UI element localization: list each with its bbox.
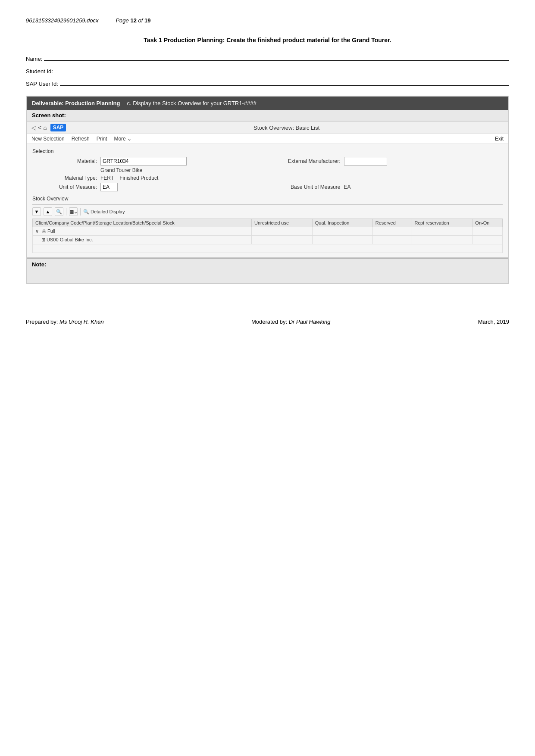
note-label: Note: — [32, 261, 46, 268]
page-of: of — [138, 17, 143, 24]
material-desc: Grand Tourer Bike — [100, 167, 260, 173]
menu-print[interactable]: Print — [97, 136, 107, 142]
toolbar-icon-table[interactable]: ▦⌄ — [69, 207, 78, 216]
full-on-or — [472, 227, 503, 236]
tree-toggle-full[interactable]: ∨ — [35, 228, 39, 234]
material-label: Material: — [32, 158, 97, 164]
sap-top-bar: ◁ < ⌂ SAP Stock Overview: Basic List — [27, 122, 508, 134]
prepared-by: Prepared by: Ms Urooj R. Khan — [26, 319, 104, 325]
deliverable-box: Deliverable: Production Planning c. Disp… — [26, 96, 509, 284]
sap-content: Selection Material: External Manufacture… — [27, 144, 508, 257]
toolbar-separator-2 — [80, 208, 81, 216]
col-rcpt-reservation: Rcpt reservation — [412, 219, 472, 227]
us00-on-or — [472, 236, 503, 244]
table-row-full: ∨ ☠ Full — [33, 227, 503, 236]
page-current: 12 — [130, 17, 136, 24]
page-label: Page — [116, 17, 128, 24]
sap-logo[interactable]: SAP — [50, 124, 66, 131]
unit-of-measure-input[interactable] — [100, 183, 118, 191]
base-unit-label: Base Unit of Measure — [263, 184, 341, 190]
filename: 9613153324929601259.docx — [26, 17, 98, 24]
page-total: 19 — [144, 17, 150, 24]
stock-table: Client/Company Code/Plant/Storage Locati… — [32, 219, 503, 253]
table-header-row: Client/Company Code/Plant/Storage Locati… — [33, 219, 503, 227]
sap-window-title: Stock Overview: Basic List — [69, 125, 504, 131]
divider — [32, 204, 503, 205]
deliverable-right-title: c. Display the Stock Overview for your G… — [127, 100, 256, 106]
unit-of-measure-value — [100, 183, 260, 191]
sap-menu-bar: New Selection Refresh Print More ⌄ Exit — [27, 134, 508, 144]
col-qual-inspection: Qual. Inspection — [312, 219, 372, 227]
us00-reserved — [372, 236, 412, 244]
form-grid: Material: External Manufacturer: Grand T… — [32, 157, 503, 191]
student-id-input-line[interactable] — [55, 73, 509, 73]
sap-window: ◁ < ⌂ SAP Stock Overview: Basic List New… — [27, 121, 508, 258]
page-info: Page 12 of 19 — [116, 17, 150, 24]
toolbar-icon-2[interactable]: ▲ — [44, 207, 52, 216]
table-row-us00: ⊞ US00 Global Bike Inc. — [33, 236, 503, 244]
full-label: ∨ ☠ Full — [33, 227, 252, 236]
search-icon-small: 🔍 — [83, 209, 89, 215]
material-input[interactable] — [100, 157, 187, 166]
doc-footer: Prepared by: Ms Urooj R. Khan Moderated … — [26, 319, 509, 325]
selection-section: Selection Material: External Manufacture… — [32, 148, 503, 191]
menu-exit[interactable]: Exit — [495, 136, 504, 142]
planet-icon: ☠ — [42, 228, 46, 234]
stock-overview-title: Stock Overview — [32, 196, 503, 202]
col-unrestricted: Unrestricted use — [252, 219, 313, 227]
name-input-line[interactable] — [44, 60, 509, 61]
base-unit-value: EA — [344, 184, 503, 190]
menu-more[interactable]: More ⌄ — [114, 136, 131, 142]
us00-rcpt — [412, 236, 472, 244]
selection-title: Selection — [32, 148, 503, 154]
menu-refresh[interactable]: Refresh — [72, 136, 90, 142]
toolbar-icon-search[interactable]: 🔍 — [55, 207, 63, 216]
ext-manufacturer-label: External Manufacturer: — [263, 158, 341, 164]
back-icon[interactable]: ◁ — [31, 124, 36, 131]
deliverable-header: Deliverable: Production Planning c. Disp… — [27, 97, 508, 110]
note-section: Note: — [27, 258, 508, 283]
name-label: Name: — [26, 56, 42, 62]
empty-row — [33, 244, 503, 253]
us00-label: ⊞ US00 Global Bike Inc. — [33, 236, 252, 244]
col-on-or: On-On — [472, 219, 503, 227]
sap-user-id-label: SAP User Id: — [26, 81, 58, 87]
detailed-display-button[interactable]: 🔍 Detailed Display — [83, 209, 125, 215]
col-location: Client/Company Code/Plant/Storage Locati… — [33, 219, 252, 227]
name-field-row: Name: — [26, 56, 509, 62]
us00-qual — [312, 236, 372, 244]
material-type-label: Material Type: — [32, 175, 97, 181]
student-id-field-row: Student Id: — [26, 68, 509, 75]
col-reserved: Reserved — [372, 219, 412, 227]
material-type-value: FERT Finished Product — [100, 175, 260, 181]
document-header: 9613153324929601259.docx Page 12 of 19 — [26, 17, 509, 24]
us00-unrestricted — [252, 236, 313, 244]
forward-icon[interactable]: < — [38, 124, 41, 131]
moderated-by: Moderated by: Dr Paul Hawking — [251, 319, 331, 325]
moderated-by-name: Dr Paul Hawking — [289, 319, 331, 325]
full-qual — [312, 227, 372, 236]
menu-new-selection[interactable]: New Selection — [31, 136, 65, 142]
ext-manufacturer-input[interactable] — [344, 157, 387, 166]
full-rcpt — [412, 227, 472, 236]
toolbar-icon-1[interactable]: ▼ — [32, 207, 41, 216]
deliverable-left-title: Deliverable: Production Planning — [32, 100, 120, 106]
moderated-by-label: Moderated by: — [251, 319, 287, 325]
sap-user-id-field-row: SAP User Id: — [26, 81, 509, 87]
prepared-by-label: Prepared by: — [26, 319, 58, 325]
task-title: Task 1 Production Planning: Create the f… — [26, 37, 509, 44]
screen-shot-label: Screen shot: — [27, 110, 508, 121]
home-icon[interactable]: ⌂ — [43, 124, 47, 131]
footer-date: March, 2019 — [478, 319, 509, 325]
full-unrestricted — [252, 227, 313, 236]
expand-icon[interactable]: ⊞ — [41, 237, 45, 242]
student-id-label: Student Id: — [26, 68, 53, 75]
full-reserved — [372, 227, 412, 236]
sap-nav-icons: ◁ < ⌂ — [31, 124, 47, 131]
note-content — [32, 268, 503, 281]
toolbar-row: ▼ ▲ 🔍 ▦⌄ 🔍 Detailed Display — [32, 207, 503, 216]
sap-user-id-input-line[interactable] — [60, 85, 509, 86]
toolbar-separator — [66, 208, 66, 216]
prepared-by-name: Ms Urooj R. Khan — [59, 319, 104, 325]
unit-of-measure-label: Unit of Measure: — [32, 184, 97, 190]
